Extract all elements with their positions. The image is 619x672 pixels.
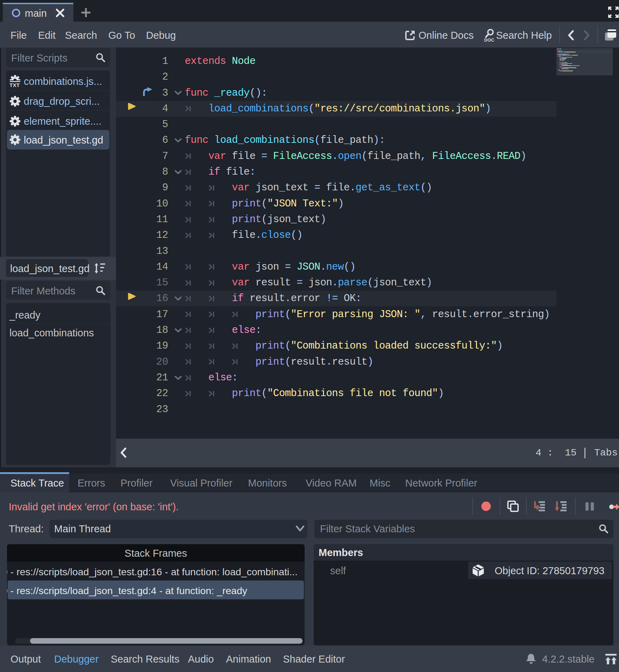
svg-text:TXT: TXT — [9, 82, 20, 88]
svg-text:DOC: DOC — [484, 37, 495, 42]
